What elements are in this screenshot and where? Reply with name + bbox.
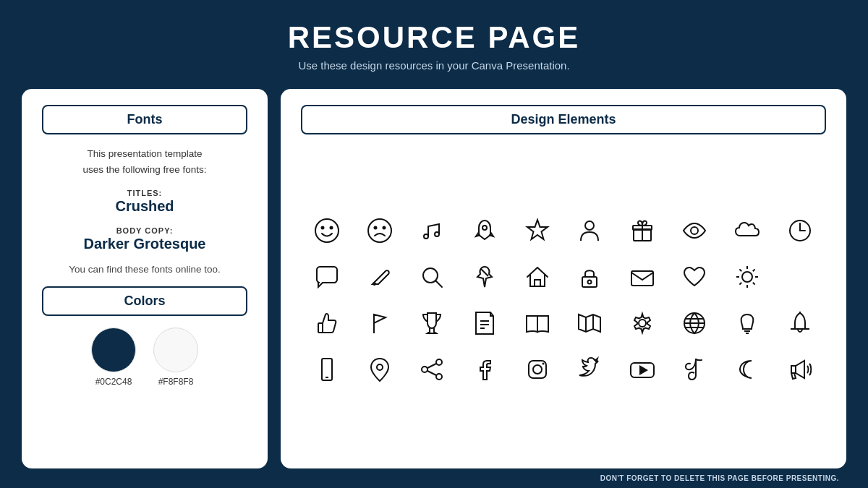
svg-point-5 (383, 227, 385, 229)
home-icon (518, 257, 557, 296)
svg-point-13 (691, 227, 698, 234)
svg-point-4 (374, 227, 376, 229)
svg-rect-29 (318, 323, 323, 333)
svg-rect-19 (631, 271, 653, 286)
color-circle-light (153, 328, 198, 372)
placeholder-icon-2-10 (780, 257, 820, 296)
left-panel: Fonts This presentation templateuses the… (22, 89, 268, 468)
fonts-label: Fonts (42, 105, 247, 134)
body-font-name: Darker Grotesque (42, 236, 247, 252)
svg-marker-9 (527, 220, 548, 239)
svg-line-25 (739, 269, 741, 271)
icon-row-1 (301, 211, 826, 250)
swatch-light: #F8F8F8 (153, 328, 198, 387)
bell-icon (780, 304, 820, 343)
svg-point-18 (588, 281, 592, 284)
icon-row-3 (301, 304, 826, 343)
svg-point-1 (322, 227, 324, 229)
instagram-icon (518, 350, 557, 389)
fonts-description: This presentation templateuses the follo… (42, 146, 247, 177)
page-subtitle: Use these design resources in your Canva… (0, 59, 868, 72)
header: RESOURCE PAGE Use these design resources… (0, 0, 868, 82)
swatch-dark: #0C2C48 (91, 328, 136, 387)
svg-point-38 (639, 320, 646, 327)
globe-icon (675, 304, 714, 343)
svg-point-0 (315, 219, 339, 242)
footer: DON'T FORGET TO DELETE THIS PAGE BEFORE … (0, 468, 868, 488)
body-font-entry: BODY COPY: Darker Grotesque (42, 226, 247, 252)
tiktok-icon (675, 350, 714, 389)
rocket-icon (465, 211, 504, 250)
cloud-icon (728, 211, 767, 250)
color-hex-dark: #0C2C48 (95, 377, 132, 387)
page-title: RESOURCE PAGE (0, 20, 868, 55)
color-hex-light: #F8F8F8 (158, 377, 194, 387)
svg-point-10 (585, 221, 594, 230)
gift-icon (623, 211, 662, 250)
design-elements-label: Design Elements (301, 105, 826, 134)
heart-icon (675, 257, 714, 296)
footer-text: DON'T FORGET TO DELETE THIS PAGE BEFORE … (600, 474, 839, 482)
search-icon (412, 257, 451, 296)
lock-icon (570, 257, 609, 296)
svg-line-27 (753, 269, 755, 271)
icon-row-2 (301, 257, 826, 296)
smile-icon (307, 211, 346, 250)
svg-point-7 (435, 232, 439, 236)
body-font-label: BODY COPY: (42, 226, 247, 235)
colors-label: Colors (42, 286, 247, 316)
map-icon (570, 304, 609, 343)
title-font-entry: TITLES: Crushed (42, 189, 247, 215)
clock-icon (780, 211, 820, 250)
share-icon (412, 350, 451, 389)
document-icon (465, 304, 504, 343)
svg-line-54 (427, 371, 436, 375)
sun-icon (728, 257, 767, 296)
music-icon (412, 211, 451, 250)
eye-icon (675, 211, 714, 250)
facebook-icon (465, 350, 504, 389)
title-font-name: Crushed (42, 198, 247, 215)
svg-point-8 (482, 226, 487, 230)
svg-point-3 (368, 219, 391, 242)
colors-section: Colors #0C2C48 #F8F8F8 (42, 286, 247, 387)
svg-point-49 (377, 364, 383, 370)
color-swatches: #0C2C48 #F8F8F8 (42, 328, 247, 387)
megaphone-icon (780, 350, 820, 389)
svg-point-52 (436, 374, 442, 380)
thumbs-up-icon (307, 304, 346, 343)
sad-icon (360, 211, 399, 250)
location-icon (360, 350, 399, 389)
find-fonts-text: You can find these fonts online too. (42, 264, 247, 275)
svg-point-20 (742, 272, 752, 282)
chat-icon (307, 257, 346, 296)
svg-point-2 (331, 227, 333, 229)
trophy-icon (412, 304, 451, 343)
svg-point-51 (422, 367, 427, 372)
youtube-icon (623, 350, 662, 389)
star-icon (518, 211, 557, 250)
content-area: Fonts This presentation templateuses the… (0, 89, 868, 468)
icons-grid (301, 145, 826, 455)
svg-marker-59 (639, 365, 648, 375)
mail-icon (623, 257, 662, 296)
twitter-icon (570, 350, 609, 389)
svg-line-53 (427, 364, 436, 368)
color-circle-dark (91, 328, 136, 372)
svg-point-56 (533, 365, 542, 374)
moon-icon (728, 350, 767, 389)
svg-line-26 (753, 283, 755, 285)
right-panel: Design Elements (281, 89, 846, 468)
pencil-icon (360, 257, 399, 296)
svg-point-50 (436, 359, 442, 365)
svg-rect-16 (535, 280, 540, 286)
pin-icon (465, 257, 504, 296)
svg-line-28 (739, 283, 741, 285)
title-font-label: TITLES: (42, 189, 247, 197)
book-icon (518, 304, 557, 343)
icon-row-4 (301, 350, 826, 389)
svg-point-57 (542, 363, 544, 365)
person-icon (570, 211, 609, 250)
svg-rect-17 (582, 277, 597, 287)
lightbulb-icon (728, 304, 767, 343)
